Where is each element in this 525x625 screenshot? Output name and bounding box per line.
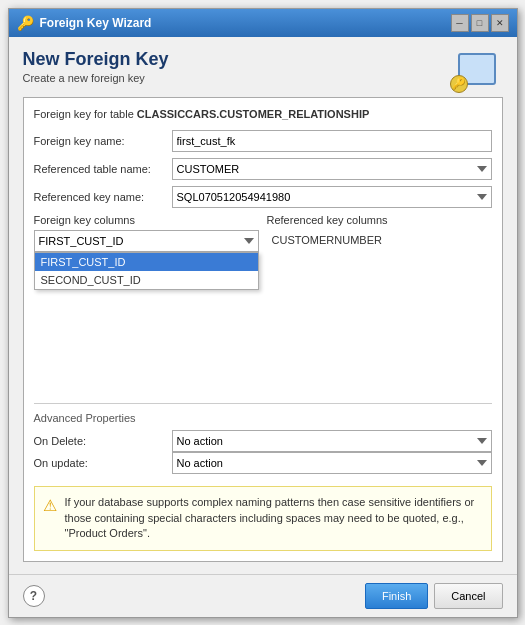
dropdown-item-second-cust-id[interactable]: SECOND_CUST_ID	[35, 271, 258, 289]
warning-section: ⚠ If your database supports complex nami…	[34, 486, 492, 550]
header-section: New Foreign Key Create a new foreign key…	[23, 49, 503, 97]
fk-column-area: FIRST_CUST_ID FIRST_CUST_ID SECOND_CUST_…	[34, 230, 259, 252]
page-title: New Foreign Key	[23, 49, 169, 70]
columns-section: Foreign key columns Referenced key colum…	[34, 214, 492, 394]
ref-table-label: Referenced table name:	[34, 163, 164, 175]
main-panel: Foreign key for table CLASSICCARS.CUSTOM…	[23, 97, 503, 562]
db-icon: 🔑	[450, 53, 498, 93]
ref-col-value: CUSTOMERNUMBER	[267, 230, 492, 250]
spacer	[34, 311, 492, 393]
cancel-button[interactable]: Cancel	[434, 583, 502, 609]
minimize-button[interactable]: ─	[451, 14, 469, 32]
warning-text: If your database supports complex naming…	[65, 495, 483, 541]
fk-col-header: Foreign key columns	[34, 214, 259, 226]
ref-table-row: Referenced table name: CUSTOMER	[34, 158, 492, 180]
fk-column-select[interactable]: FIRST_CUST_ID	[34, 230, 259, 252]
on-update-label: On update:	[34, 457, 164, 469]
window-icon: 🔑	[17, 15, 34, 31]
ref-key-label: Referenced key name:	[34, 191, 164, 203]
warning-icon: ⚠	[43, 496, 57, 515]
key-icon: 🔑	[450, 75, 468, 93]
finish-button[interactable]: Finish	[365, 583, 428, 609]
on-delete-select[interactable]: No action Cascade Set null Set default	[172, 430, 492, 452]
on-update-select[interactable]: No action Cascade Set null Set default	[172, 452, 492, 474]
window-title: Foreign Key Wizard	[40, 16, 152, 30]
ref-key-row: Referenced key name: SQL070512054941980	[34, 186, 492, 208]
ref-table-select[interactable]: CUSTOMER	[172, 158, 492, 180]
header-text: New Foreign Key Create a new foreign key	[23, 49, 169, 84]
advanced-title: Advanced Properties	[34, 412, 492, 424]
table-name: CLASSICCARS.CUSTOMER_RELATIONSHIP	[137, 108, 369, 120]
ref-key-select[interactable]: SQL070512054941980	[172, 186, 492, 208]
fk-select-wrapper: FIRST_CUST_ID FIRST_CUST_ID SECOND_CUST_…	[34, 230, 259, 252]
content-area: New Foreign Key Create a new foreign key…	[9, 37, 517, 574]
page-subtitle: Create a new foreign key	[23, 72, 169, 84]
footer-buttons: Finish Cancel	[365, 583, 503, 609]
help-button[interactable]: ?	[23, 585, 45, 607]
foreign-key-wizard-window: 🔑 Foreign Key Wizard ─ □ ✕ New Foreign K…	[8, 8, 518, 618]
title-buttons: ─ □ ✕	[451, 14, 509, 32]
title-bar-left: 🔑 Foreign Key Wizard	[17, 15, 152, 31]
ref-col-header: Referenced key columns	[259, 214, 492, 226]
close-button[interactable]: ✕	[491, 14, 509, 32]
title-bar: 🔑 Foreign Key Wizard ─ □ ✕	[9, 9, 517, 37]
fk-dropdown-list: FIRST_CUST_ID SECOND_CUST_ID	[34, 252, 259, 290]
columns-header: Foreign key columns Referenced key colum…	[34, 214, 492, 226]
on-delete-label: On Delete:	[34, 435, 164, 447]
columns-row: FIRST_CUST_ID FIRST_CUST_ID SECOND_CUST_…	[34, 230, 492, 312]
maximize-button[interactable]: □	[471, 14, 489, 32]
on-update-row: On update: No action Cascade Set null Se…	[34, 452, 492, 474]
fk-name-label: Foreign key name:	[34, 135, 164, 147]
advanced-section: Advanced Properties On Delete: No action…	[34, 403, 492, 474]
fk-name-input[interactable]	[172, 130, 492, 152]
fk-name-row: Foreign key name:	[34, 130, 492, 152]
table-info-label: Foreign key for table CLASSICCARS.CUSTOM…	[34, 108, 492, 120]
dropdown-item-first-cust-id[interactable]: FIRST_CUST_ID	[35, 253, 258, 271]
ref-column-area: CUSTOMERNUMBER	[267, 230, 492, 250]
footer: ? Finish Cancel	[9, 574, 517, 617]
on-delete-row: On Delete: No action Cascade Set null Se…	[34, 430, 492, 452]
header-icon-area: 🔑	[445, 49, 503, 97]
